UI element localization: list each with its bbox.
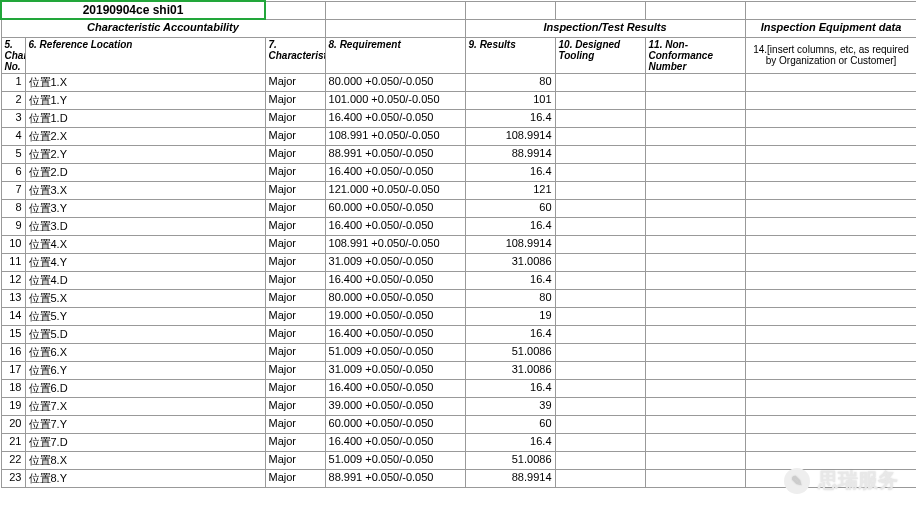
table-row[interactable]: 13位置5.XMajor80.000 +0.050/-0.05080 xyxy=(1,289,916,307)
cell-char-no[interactable]: 6 xyxy=(1,163,25,181)
cell-nonconf[interactable] xyxy=(645,145,745,163)
cell-results[interactable]: 121 xyxy=(465,181,555,199)
cell-results[interactable]: 16.4 xyxy=(465,271,555,289)
cell-nonconf[interactable] xyxy=(645,199,745,217)
selected-cell[interactable]: 20190904ce shi01 xyxy=(1,1,265,19)
cell-nonconf[interactable] xyxy=(645,289,745,307)
cell-nonconf[interactable] xyxy=(645,217,745,235)
cell-characteristic[interactable]: Major xyxy=(265,433,325,451)
cell-nonconf[interactable] xyxy=(645,91,745,109)
cell-char-no[interactable]: 2 xyxy=(1,91,25,109)
cell-results[interactable]: 101 xyxy=(465,91,555,109)
cell-equipment[interactable] xyxy=(745,163,916,181)
cell-designed-tooling[interactable] xyxy=(555,271,645,289)
table-row[interactable]: 23位置8.YMajor88.991 +0.050/-0.05088.9914 xyxy=(1,469,916,487)
cell-ref-loc[interactable]: 位置4.X xyxy=(25,235,265,253)
cell-nonconf[interactable] xyxy=(645,343,745,361)
cell-characteristic[interactable]: Major xyxy=(265,127,325,145)
cell-equipment[interactable] xyxy=(745,181,916,199)
cell-designed-tooling[interactable] xyxy=(555,433,645,451)
cell-requirement[interactable]: 16.400 +0.050/-0.050 xyxy=(325,271,465,289)
cell-designed-tooling[interactable] xyxy=(555,91,645,109)
cell-equipment[interactable] xyxy=(745,73,916,91)
cell-designed-tooling[interactable] xyxy=(555,127,645,145)
cell-equipment[interactable] xyxy=(745,433,916,451)
cell-nonconf[interactable] xyxy=(645,325,745,343)
cell-ref-loc[interactable]: 位置2.X xyxy=(25,127,265,145)
cell-equipment[interactable] xyxy=(745,145,916,163)
cell-requirement[interactable]: 51.009 +0.050/-0.050 xyxy=(325,451,465,469)
cell-designed-tooling[interactable] xyxy=(555,343,645,361)
cell-ref-loc[interactable]: 位置4.Y xyxy=(25,253,265,271)
cell-ref-loc[interactable]: 位置1.Y xyxy=(25,91,265,109)
cell-ref-loc[interactable]: 位置3.D xyxy=(25,217,265,235)
cell-results[interactable]: 31.0086 xyxy=(465,253,555,271)
cell-designed-tooling[interactable] xyxy=(555,199,645,217)
cell-designed-tooling[interactable] xyxy=(555,145,645,163)
cell-char-no[interactable]: 15 xyxy=(1,325,25,343)
cell-ref-loc[interactable]: 位置5.D xyxy=(25,325,265,343)
cell-designed-tooling[interactable] xyxy=(555,379,645,397)
cell-char-no[interactable]: 11 xyxy=(1,253,25,271)
cell-results[interactable]: 16.4 xyxy=(465,433,555,451)
empty-cell[interactable] xyxy=(745,1,916,19)
cell-characteristic[interactable]: Major xyxy=(265,307,325,325)
cell-char-no[interactable]: 22 xyxy=(1,451,25,469)
cell-results[interactable]: 80 xyxy=(465,73,555,91)
cell-nonconf[interactable] xyxy=(645,451,745,469)
empty-cell[interactable] xyxy=(555,1,645,19)
cell-characteristic[interactable]: Major xyxy=(265,451,325,469)
cell-ref-loc[interactable]: 位置6.Y xyxy=(25,361,265,379)
cell-requirement[interactable]: 80.000 +0.050/-0.050 xyxy=(325,289,465,307)
cell-char-no[interactable]: 12 xyxy=(1,271,25,289)
cell-results[interactable]: 51.0086 xyxy=(465,343,555,361)
table-row[interactable]: 15位置5.DMajor16.400 +0.050/-0.05016.4 xyxy=(1,325,916,343)
cell-char-no[interactable]: 18 xyxy=(1,379,25,397)
cell-requirement[interactable]: 16.400 +0.050/-0.050 xyxy=(325,109,465,127)
cell-characteristic[interactable]: Major xyxy=(265,163,325,181)
cell-char-no[interactable]: 8 xyxy=(1,199,25,217)
cell-ref-loc[interactable]: 位置6.X xyxy=(25,343,265,361)
cell-characteristic[interactable]: Major xyxy=(265,289,325,307)
cell-equipment[interactable] xyxy=(745,307,916,325)
cell-characteristic[interactable]: Major xyxy=(265,181,325,199)
cell-nonconf[interactable] xyxy=(645,235,745,253)
table-row[interactable]: 5位置2.YMajor88.991 +0.050/-0.05088.9914 xyxy=(1,145,916,163)
cell-equipment[interactable] xyxy=(745,379,916,397)
cell-equipment[interactable] xyxy=(745,217,916,235)
table-row[interactable]: 7位置3.XMajor121.000 +0.050/-0.050121 xyxy=(1,181,916,199)
cell-nonconf[interactable] xyxy=(645,415,745,433)
cell-equipment[interactable] xyxy=(745,469,916,487)
table-row[interactable]: 21位置7.DMajor16.400 +0.050/-0.05016.4 xyxy=(1,433,916,451)
cell-requirement[interactable]: 39.000 +0.050/-0.050 xyxy=(325,397,465,415)
cell-characteristic[interactable]: Major xyxy=(265,253,325,271)
cell-nonconf[interactable] xyxy=(645,253,745,271)
cell-designed-tooling[interactable] xyxy=(555,397,645,415)
cell-results[interactable]: 39 xyxy=(465,397,555,415)
cell-results[interactable]: 80 xyxy=(465,289,555,307)
cell-char-no[interactable]: 19 xyxy=(1,397,25,415)
cell-characteristic[interactable]: Major xyxy=(265,91,325,109)
cell-results[interactable]: 88.9914 xyxy=(465,145,555,163)
cell-nonconf[interactable] xyxy=(645,307,745,325)
empty-cell[interactable] xyxy=(325,1,465,19)
cell-char-no[interactable]: 16 xyxy=(1,343,25,361)
table-row[interactable]: 18位置6.DMajor16.400 +0.050/-0.05016.4 xyxy=(1,379,916,397)
cell-designed-tooling[interactable] xyxy=(555,73,645,91)
cell-results[interactable]: 108.9914 xyxy=(465,235,555,253)
cell-characteristic[interactable]: Major xyxy=(265,73,325,91)
cell-ref-loc[interactable]: 位置3.Y xyxy=(25,199,265,217)
cell-ref-loc[interactable]: 位置2.Y xyxy=(25,145,265,163)
cell-ref-loc[interactable]: 位置8.X xyxy=(25,451,265,469)
cell-designed-tooling[interactable] xyxy=(555,181,645,199)
cell-char-no[interactable]: 3 xyxy=(1,109,25,127)
cell-results[interactable]: 60 xyxy=(465,415,555,433)
table-row[interactable]: 16位置6.XMajor51.009 +0.050/-0.05051.0086 xyxy=(1,343,916,361)
table-row[interactable]: 19位置7.XMajor39.000 +0.050/-0.05039 xyxy=(1,397,916,415)
table-row[interactable]: 14位置5.YMajor19.000 +0.050/-0.05019 xyxy=(1,307,916,325)
empty-cell[interactable] xyxy=(265,1,325,19)
cell-char-no[interactable]: 23 xyxy=(1,469,25,487)
cell-requirement[interactable]: 51.009 +0.050/-0.050 xyxy=(325,343,465,361)
table-row[interactable]: 17位置6.YMajor31.009 +0.050/-0.05031.0086 xyxy=(1,361,916,379)
cell-ref-loc[interactable]: 位置1.D xyxy=(25,109,265,127)
